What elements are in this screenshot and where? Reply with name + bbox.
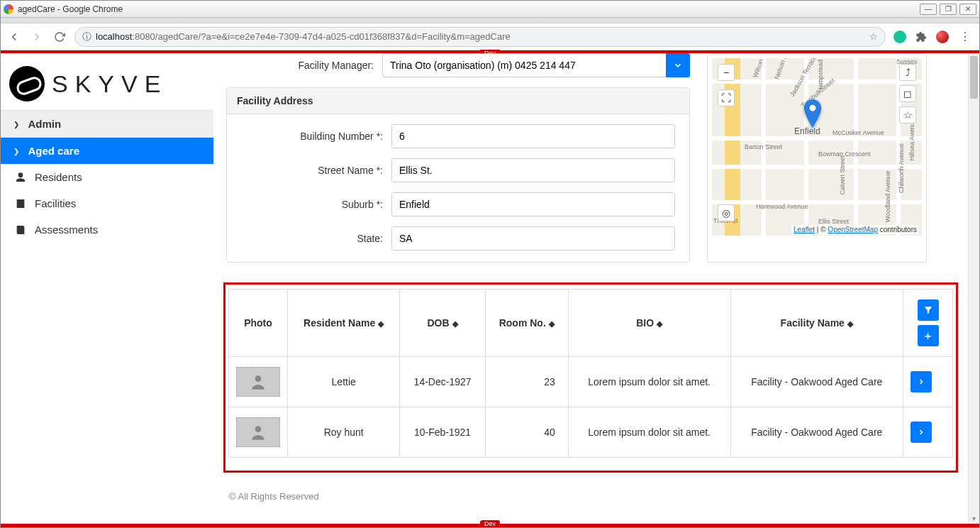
map-star-button[interactable]: ☆ xyxy=(899,106,916,123)
filter-button[interactable] xyxy=(918,299,939,321)
table-row[interactable]: Lettie 14-Dec-1927 23 Lorem ipsum dolor … xyxy=(229,357,953,407)
cell-name: Roy hunt xyxy=(288,407,400,458)
window-maximize-button[interactable]: ❐ xyxy=(940,4,957,15)
map-center-button[interactable]: ◎ xyxy=(718,204,735,221)
main-content: Facility Manager: Facility Address xyxy=(213,53,968,524)
state-input[interactable] xyxy=(391,226,675,251)
cell-room: 40 xyxy=(485,407,568,458)
fieldset-legend: Facility Address xyxy=(227,88,689,114)
address-bar[interactable]: ⓘ localhost:8080/agedCare/?a=e&i=ce2e7e4… xyxy=(74,27,886,47)
nav-label: Admin xyxy=(28,118,61,130)
facility-address-fieldset: Facility Address Building Number *: Stre… xyxy=(226,87,690,263)
building-icon xyxy=(15,198,26,209)
sort-icon: ◆ xyxy=(847,319,853,328)
browser-toolbar: ⓘ localhost:8080/agedCare/?a=e&i=ce2e7e4… xyxy=(1,23,979,50)
nav-label: Facilities xyxy=(35,197,76,209)
browser-tabstrip[interactable] xyxy=(1,18,979,23)
resident-photo xyxy=(236,367,280,397)
facility-manager-label: Facility Manager: xyxy=(226,60,382,71)
vertical-scrollbar[interactable]: ▾ xyxy=(968,53,979,524)
svg-point-1 xyxy=(255,375,262,382)
row-open-button[interactable] xyxy=(911,422,932,443)
back-button[interactable] xyxy=(6,29,22,45)
scrollbar-thumb[interactable] xyxy=(970,56,978,99)
chrome-menu-button[interactable]: ⋮ xyxy=(957,30,974,43)
url-text: localhost:8080/agedCare/?a=e&i=ce2e7e4e-… xyxy=(96,31,511,42)
sort-icon: ◆ xyxy=(378,319,384,328)
sort-icon: ◆ xyxy=(657,319,662,328)
map-share-button[interactable]: ⤴ xyxy=(899,64,916,81)
cell-bio: Lorem ipsum dolor sit amet. xyxy=(568,357,730,407)
sidebar: SKYVE ❯ Admin ❯ Aged care Residents Faci… xyxy=(1,53,213,524)
reload-button[interactable] xyxy=(52,29,67,45)
col-room[interactable]: Room No.◆ xyxy=(485,290,568,357)
col-actions: ＋ xyxy=(903,290,953,357)
osm-link[interactable]: OpenStreetMap xyxy=(828,226,878,233)
cell-name: Lettie xyxy=(288,357,400,407)
site-info-icon[interactable]: ⓘ xyxy=(82,31,91,43)
svg-point-0 xyxy=(810,105,816,111)
col-dob[interactable]: DOB◆ xyxy=(400,290,485,357)
map[interactable]: Wilson St Nelson St Jackson Terrace Turn… xyxy=(712,58,922,236)
col-facility[interactable]: Facility Name◆ xyxy=(730,290,903,357)
chevron-down-icon: ❯ xyxy=(13,145,19,157)
profile-avatar-icon[interactable] xyxy=(935,30,950,44)
scroll-down-icon[interactable]: ▾ xyxy=(969,512,979,524)
cell-dob: 10-Feb-1921 xyxy=(400,407,485,458)
row-open-button[interactable] xyxy=(911,371,932,392)
nav-item-assessments[interactable]: Assessments xyxy=(1,216,213,243)
col-resident-name[interactable]: Resident Name◆ xyxy=(288,290,400,357)
window-close-button[interactable]: ✕ xyxy=(959,4,976,15)
building-number-input[interactable] xyxy=(391,124,675,148)
svg-point-2 xyxy=(255,426,262,432)
footer-copyright: © All Rights Reserved xyxy=(213,478,968,515)
cell-facility: Facility - Oakwood Aged Care xyxy=(730,357,903,407)
nav-label: Aged care xyxy=(28,145,79,157)
extensions-icon[interactable] xyxy=(914,30,928,44)
map-panel: Wilson St Nelson St Jackson Terrace Turn… xyxy=(707,53,927,263)
suburb-label: Suburb *: xyxy=(235,199,391,210)
window-titlebar: agedCare - Google Chrome — ❐ ✕ xyxy=(1,1,979,18)
map-zoom-out-button[interactable]: − xyxy=(718,64,735,81)
state-label: State: xyxy=(235,233,391,244)
dev-indicator-bottom: Dev xyxy=(1,524,979,527)
chrome-favicon xyxy=(4,4,13,14)
col-photo[interactable]: Photo xyxy=(229,290,288,357)
chevron-right-icon: ❯ xyxy=(13,119,19,130)
leaflet-link[interactable]: Leaflet xyxy=(794,226,815,233)
building-number-label: Building Number *: xyxy=(235,131,391,142)
cell-bio: Lorem ipsum dolor sit amet. xyxy=(568,407,730,458)
residents-table: Photo Resident Name◆ DOB◆ Room No.◆ BIO◆… xyxy=(228,289,953,458)
map-draw-button[interactable]: ◻ xyxy=(899,85,916,102)
window-title: agedCare - Google Chrome xyxy=(18,4,123,14)
suburb-input[interactable] xyxy=(391,192,675,216)
resident-photo xyxy=(236,417,280,447)
sort-icon: ◆ xyxy=(549,319,555,328)
cell-dob: 14-Dec-1927 xyxy=(400,357,485,407)
col-bio[interactable]: BIO◆ xyxy=(568,290,730,357)
nav-label: Assessments xyxy=(35,224,98,236)
person-icon xyxy=(15,172,26,183)
logo-mark xyxy=(9,66,45,101)
sort-icon: ◆ xyxy=(452,319,458,328)
nav-group-agedcare[interactable]: ❯ Aged care xyxy=(1,138,213,164)
logo: SKYVE xyxy=(1,53,213,110)
map-fullscreen-button[interactable]: ⛶ xyxy=(718,89,735,106)
cell-room: 23 xyxy=(485,357,568,407)
nav-item-residents[interactable]: Residents xyxy=(1,164,213,190)
facility-manager-input[interactable] xyxy=(382,53,666,77)
table-row[interactable]: Roy hunt 10-Feb-1921 40 Lorem ipsum dolo… xyxy=(229,407,953,458)
residents-table-highlight: Photo Resident Name◆ DOB◆ Room No.◆ BIO◆… xyxy=(223,282,958,473)
map-pin-icon xyxy=(803,99,823,130)
forward-button[interactable] xyxy=(29,29,45,45)
street-name-input[interactable] xyxy=(391,158,675,182)
add-button[interactable]: ＋ xyxy=(918,325,939,346)
nav-label: Residents xyxy=(35,171,82,183)
window-minimize-button[interactable]: — xyxy=(920,4,937,15)
bookmark-star-icon[interactable]: ☆ xyxy=(869,31,878,42)
nav-group-admin[interactable]: ❯ Admin xyxy=(1,110,213,138)
grammarly-extension-icon[interactable] xyxy=(893,30,907,44)
facility-manager-dropdown-button[interactable] xyxy=(666,53,690,77)
cell-facility: Facility - Oakwood Aged Care xyxy=(730,407,903,458)
nav-item-facilities[interactable]: Facilities xyxy=(1,190,213,216)
